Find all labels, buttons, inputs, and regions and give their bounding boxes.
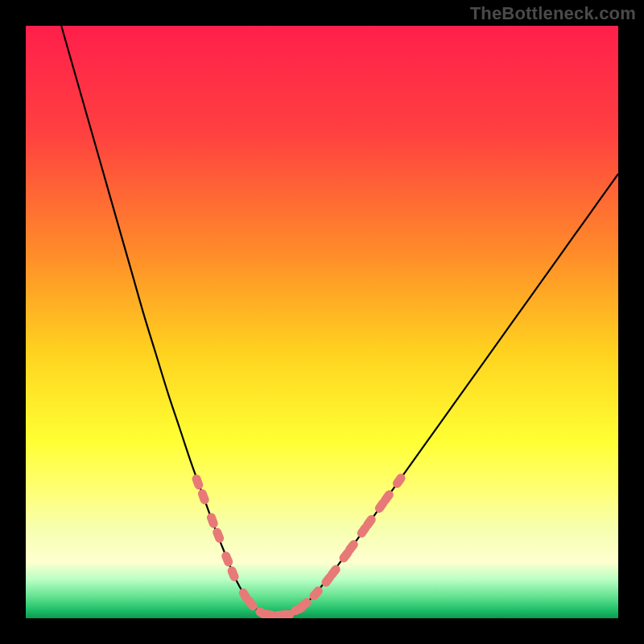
plot-svg	[26, 26, 618, 618]
chart-frame: TheBottleneck.com	[0, 0, 644, 644]
plot-area	[26, 26, 618, 618]
gradient-background	[26, 26, 618, 618]
watermark-label: TheBottleneck.com	[470, 3, 636, 24]
